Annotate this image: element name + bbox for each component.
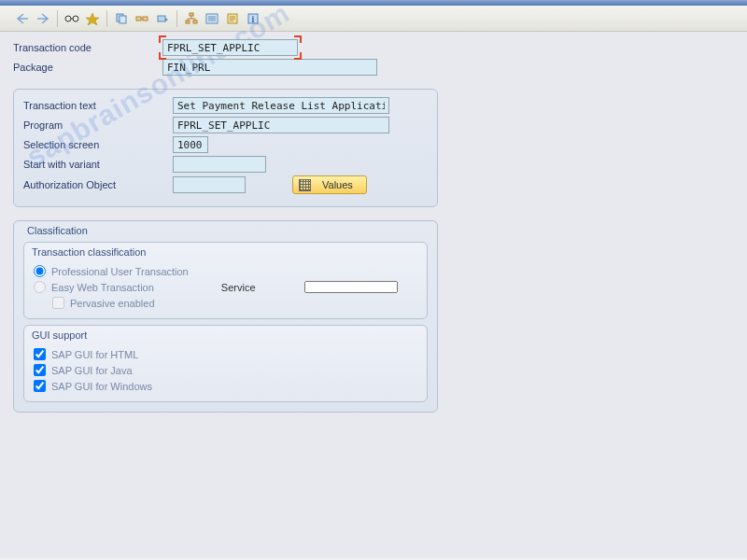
- checkbox-gui-html-label: SAP GUI for HTML: [51, 349, 138, 360]
- gui-support-group: GUI support SAP GUI for HTML SAP GUI for…: [23, 325, 428, 402]
- svg-rect-5: [143, 17, 148, 21]
- radio-professional[interactable]: [34, 265, 46, 277]
- list-icon[interactable]: [203, 9, 221, 28]
- svg-rect-4: [136, 17, 141, 21]
- start-variant-input[interactable]: [173, 156, 266, 173]
- transaction-text-label: Transaction text: [23, 100, 173, 111]
- radio-easy-web-label: Easy Web Transaction: [51, 282, 154, 293]
- values-button[interactable]: Values: [292, 175, 367, 194]
- transaction-code-label: Transaction code: [13, 42, 162, 53]
- program-label: Program: [23, 119, 173, 131]
- auth-object-label: Authorization Object: [23, 179, 173, 190]
- transaction-text-input[interactable]: [173, 97, 389, 114]
- forward-icon[interactable]: [34, 9, 52, 28]
- values-button-label: Values: [322, 179, 353, 190]
- service-label: Service: [221, 282, 256, 293]
- service-input[interactable]: [304, 281, 398, 293]
- package-input[interactable]: [162, 59, 377, 76]
- trans-class-title: Transaction classification: [32, 246, 417, 258]
- classification-title: Classification: [23, 225, 428, 236]
- start-variant-label: Start with variant: [23, 159, 173, 170]
- activate-icon[interactable]: [83, 9, 102, 28]
- svg-rect-8: [186, 21, 190, 23]
- checkbox-pervasive-label: Pervasive enabled: [70, 298, 155, 309]
- checkbox-gui-windows-label: SAP GUI for Windows: [51, 381, 152, 392]
- classification-group: Classification Transaction classificatio…: [13, 220, 438, 413]
- checkbox-gui-html[interactable]: [34, 348, 46, 360]
- details-group: Transaction text Program Selection scree…: [13, 89, 438, 207]
- svg-rect-3: [120, 16, 126, 23]
- variant-icon[interactable]: [223, 9, 242, 28]
- info-icon[interactable]: i: [244, 9, 262, 28]
- transport-icon[interactable]: [153, 9, 172, 28]
- hierarchy-icon[interactable]: [182, 9, 201, 28]
- svg-point-0: [65, 16, 71, 21]
- transaction-classification-group: Transaction classification Professional …: [23, 242, 428, 319]
- grid-icon: [299, 179, 311, 191]
- where-used-icon[interactable]: [133, 9, 151, 28]
- toolbar: i: [0, 6, 747, 32]
- checkbox-gui-windows[interactable]: [34, 380, 46, 392]
- copy-icon[interactable]: [112, 9, 131, 28]
- package-label: Package: [13, 62, 162, 73]
- transaction-code-input[interactable]: [162, 39, 298, 56]
- checkbox-gui-java[interactable]: [34, 364, 46, 376]
- checkbox-gui-java-label: SAP GUI for Java: [51, 365, 133, 376]
- svg-rect-7: [190, 13, 193, 16]
- selection-screen-input[interactable]: [173, 136, 208, 153]
- glasses-icon[interactable]: [63, 9, 81, 28]
- auth-object-input[interactable]: [173, 176, 246, 193]
- content-area: sapbrainsonline.com Transaction code Pac…: [0, 32, 747, 558]
- svg-rect-6: [158, 16, 165, 21]
- gui-support-title: GUI support: [32, 329, 417, 341]
- svg-text:i: i: [252, 14, 255, 24]
- selection-screen-label: Selection screen: [23, 139, 173, 150]
- checkbox-pervasive[interactable]: [52, 297, 64, 309]
- svg-point-1: [73, 16, 78, 21]
- back-icon[interactable]: [13, 9, 32, 28]
- radio-professional-label: Professional User Transaction: [51, 266, 189, 277]
- radio-easy-web[interactable]: [34, 281, 46, 293]
- program-input[interactable]: [173, 117, 389, 133]
- svg-rect-9: [193, 21, 197, 23]
